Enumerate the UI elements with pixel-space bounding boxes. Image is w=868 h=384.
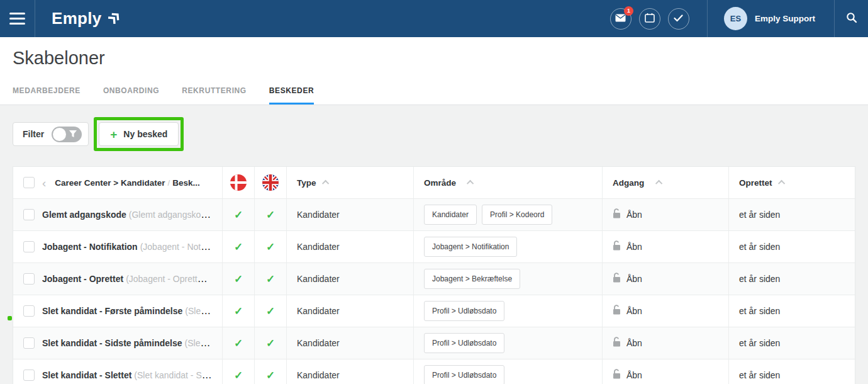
area-tag: Profil > Udløbsdato: [424, 301, 504, 321]
topbar-icons: 1: [610, 0, 707, 37]
filter-toggle[interactable]: [52, 127, 82, 142]
template-subject-preview: (Jobagent - Notifik...: [140, 242, 212, 252]
danish-check-icon: ✓: [234, 337, 243, 350]
hamburger-menu-icon[interactable]: [0, 0, 35, 37]
checkmark-icon: [674, 13, 683, 25]
created-value: et år siden: [739, 338, 780, 348]
page-title: Skabeloner: [13, 37, 855, 69]
filter-button[interactable]: Filter: [13, 122, 89, 146]
danish-flag-icon: [230, 174, 247, 191]
messages-button[interactable]: 1: [610, 8, 632, 30]
row-checkbox[interactable]: [23, 273, 35, 285]
sort-chevron-icon: [467, 180, 474, 187]
template-subject-preview: (Slet kandidat - Slett...: [134, 370, 212, 380]
row-checkbox[interactable]: [23, 305, 35, 317]
template-type: Kandidater: [297, 338, 340, 348]
lock-open-icon: [613, 337, 621, 349]
lock-open-icon: [613, 240, 621, 253]
created-value: et år siden: [739, 242, 780, 252]
danish-check-icon: ✓: [234, 240, 243, 254]
mail-badge: 1: [624, 6, 633, 16]
tab-medarbejdere[interactable]: MEDARBEJDERE: [13, 77, 81, 104]
funnel-icon: [69, 130, 77, 141]
select-all-checkbox[interactable]: [23, 177, 35, 188]
template-name[interactable]: Slet kandidat - Sidste påmindelse: [42, 338, 182, 348]
column-danish-flag[interactable]: [223, 167, 255, 198]
plus-icon: +: [110, 128, 117, 140]
sort-chevron-icon: [777, 180, 784, 187]
template-subject-preview: (Glemt adgangskode)...: [129, 210, 212, 220]
emply-logo-mark-icon: [107, 10, 122, 28]
column-header-area[interactable]: Område: [414, 167, 603, 198]
access-value: Åbn: [626, 274, 642, 284]
templates-table: ‹ Career Center > Kandidater/Besk...: [13, 166, 855, 384]
access-value: Åbn: [626, 210, 642, 220]
danish-check-icon: ✓: [234, 369, 243, 382]
created-value: et år siden: [739, 210, 780, 220]
created-value: et år siden: [739, 306, 780, 316]
calendar-button[interactable]: [639, 8, 660, 30]
template-type: Kandidater: [297, 242, 340, 252]
template-name[interactable]: Jobagent - Notifikation: [42, 242, 138, 252]
template-type: Kandidater: [297, 370, 340, 380]
template-name[interactable]: Slet kandidat - Første påmindelse: [42, 306, 182, 316]
uk-flag-icon: [262, 174, 279, 191]
template-subject-preview: (Slet ka...: [185, 306, 212, 316]
access-value: Åbn: [626, 338, 642, 348]
sort-chevron-icon: [321, 180, 328, 187]
table-row: Jobagent - Oprettet(Jobagent - Oprettet)…: [13, 263, 855, 295]
tab-rekruttering[interactable]: REKRUTTERING: [182, 77, 247, 104]
danish-check-icon: ✓: [234, 208, 243, 222]
area-tag: Jobagent > Bekræftelse: [424, 269, 520, 289]
table-row: Jobagent - Notifikation(Jobagent - Notif…: [13, 231, 855, 263]
column-header-access[interactable]: Adgang: [603, 167, 729, 198]
row-checkbox[interactable]: [23, 209, 35, 220]
sort-chevron-icon: [655, 180, 662, 187]
table-header-row: ‹ Career Center > Kandidater/Besk...: [13, 167, 855, 199]
row-checkbox[interactable]: [23, 337, 35, 349]
access-value: Åbn: [626, 242, 642, 252]
toggle-knob: [53, 128, 66, 141]
template-type: Kandidater: [297, 306, 340, 316]
area-tag: Profil > Kodeord: [482, 205, 552, 225]
tab-beskeder[interactable]: BESKEDER: [269, 77, 314, 104]
area-tag: Jobagent > Notifikation: [424, 237, 517, 257]
breadcrumb-separator: /: [168, 178, 170, 188]
area-tag: Kandidater: [424, 205, 477, 225]
access-value: Åbn: [626, 370, 642, 380]
tab-bar: MEDARBEJDERE ONBOARDING REKRUTTERING BES…: [13, 77, 314, 104]
breadcrumb-secondary[interactable]: Besk...: [172, 178, 200, 188]
search-button[interactable]: [835, 0, 868, 37]
collapse-chevron-icon[interactable]: ‹: [42, 177, 46, 189]
new-message-button[interactable]: + Ny besked: [99, 122, 179, 146]
english-check-icon: ✓: [266, 337, 275, 350]
emply-logo[interactable]: Emply: [35, 0, 122, 37]
user-menu[interactable]: ES Emply Support: [708, 0, 834, 37]
column-header-type[interactable]: Type: [287, 167, 414, 198]
tab-onboarding[interactable]: ONBOARDING: [103, 77, 159, 104]
template-name[interactable]: Jobagent - Oprettet: [42, 274, 123, 284]
logo-text: Emply: [52, 9, 102, 28]
row-checkbox[interactable]: [23, 370, 35, 381]
danish-check-icon: ✓: [234, 273, 243, 286]
english-check-icon: ✓: [266, 369, 275, 382]
lock-open-icon: [613, 273, 621, 285]
content-area: Filter + Ny besked ‹ Career Center > Kan…: [0, 105, 868, 384]
table-row: Slet kandidat - Sidste påmindelse(Slet k…: [13, 327, 855, 359]
row-checkbox[interactable]: [23, 241, 35, 252]
template-name[interactable]: Glemt adgangskode: [42, 210, 126, 220]
created-value: et år siden: [739, 274, 780, 284]
breadcrumb-primary[interactable]: Career Center > Kandidater: [55, 178, 165, 188]
area-tag: Profil > Udløbsdato: [424, 333, 504, 353]
template-type: Kandidater: [297, 274, 340, 284]
toolbar: Filter + Ny besked: [13, 117, 855, 151]
annotation-dot: [8, 316, 12, 320]
tasks-button[interactable]: [668, 8, 689, 30]
column-header-created[interactable]: Oprettet: [729, 167, 855, 198]
table-row: Slet kandidat - Første påmindelse(Slet k…: [13, 295, 855, 327]
area-tag: Profil > Udløbsdato: [424, 365, 504, 384]
template-name[interactable]: Slet kandidat - Slettet: [42, 370, 131, 380]
lock-open-icon: [613, 369, 621, 381]
table-row: Glemt adgangskode(Glemt adgangskode)... …: [13, 199, 855, 231]
column-english-flag[interactable]: [255, 167, 287, 198]
